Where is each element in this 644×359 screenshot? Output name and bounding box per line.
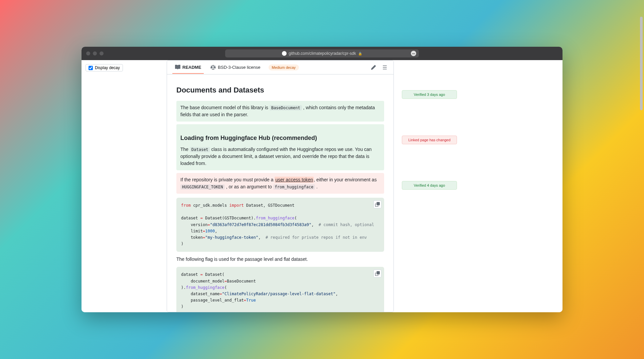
status-column: Verified 3 days ago Linked page has chan… [394, 60, 562, 312]
section-hf: Loading from Huggingface Hub (recommende… [176, 124, 384, 170]
display-decay-checkbox[interactable] [89, 66, 93, 70]
edit-button[interactable] [370, 64, 377, 71]
law-icon [210, 65, 216, 70]
browser-window: github.com/climatepolicyradar/cpr-sdk 🔒 … [82, 47, 562, 312]
tab-readme-label: README [182, 65, 201, 70]
tab-license-label: BSD-3-Clause license [218, 65, 260, 70]
heading-hf: Loading from Huggingface Hub (recommende… [180, 134, 380, 143]
url-bar[interactable]: github.com/climatepolicyradar/cpr-sdk 🔒 … [225, 49, 419, 57]
decay-badge: Medium decay [269, 64, 299, 70]
inline-code-hftoken: HUGGINGFACE_TOKEN [180, 184, 225, 190]
tabs-row: README BSD-3-Clause license Medium decay [167, 60, 393, 74]
close-window-button[interactable] [86, 51, 90, 55]
content-area: Display decay README BSD-3-Clause licens… [82, 60, 562, 312]
outline-button[interactable] [381, 64, 388, 71]
para-flag: The following flag is used for the passa… [176, 256, 384, 263]
display-decay-label: Display decay [95, 65, 120, 70]
para-base-document: The base document model of this library … [176, 101, 384, 122]
code-block-2: dataset = Dataset( document_model=BaseDo… [176, 267, 384, 312]
tabs-actions [370, 64, 388, 71]
copy-button[interactable] [373, 200, 381, 208]
tab-license[interactable]: BSD-3-Clause license [208, 61, 263, 73]
titlebar: github.com/climatepolicyradar/cpr-sdk 🔒 … [82, 47, 562, 60]
copy-button[interactable] [373, 270, 381, 278]
traffic-lights [86, 51, 104, 55]
status-page-changed: Linked page has changed [402, 136, 457, 144]
lock-icon: 🔒 [358, 52, 362, 55]
tab-readme[interactable]: README [172, 61, 204, 74]
code-block-1: from cpr_sdk.models import Dataset, GSTD… [176, 198, 384, 252]
inline-code-dataset: Dataset [190, 147, 210, 152]
readme-body: Documents and Datasets The base document… [167, 74, 393, 312]
status-verified-3d: Verified 3 days ago [402, 90, 457, 99]
url-text: github.com/climatepolicyradar/cpr-sdk [289, 51, 356, 56]
left-gutter: Display decay [82, 60, 167, 312]
minimize-window-button[interactable] [93, 51, 97, 55]
readme-panel: README BSD-3-Clause license Medium decay [167, 60, 394, 312]
status-verified-4d: Verified 4 days ago [402, 181, 457, 190]
maximize-window-button[interactable] [100, 51, 104, 55]
display-decay-toggle[interactable]: Display decay [86, 64, 123, 71]
inline-code-fromhf: from_huggingface [273, 184, 315, 190]
para-dataset-class: The Dataset class is automatically confi… [180, 146, 380, 167]
github-icon [282, 51, 287, 56]
link-user-access-token[interactable]: user access token [275, 177, 314, 183]
heading-documents: Documents and Datasets [176, 84, 384, 96]
book-icon [175, 64, 180, 70]
para-private-repo: If the repository is private you must pr… [176, 173, 384, 194]
inline-code-basedocument: BaseDocument [270, 105, 302, 111]
url-menu-button[interactable]: ••• [411, 51, 416, 56]
